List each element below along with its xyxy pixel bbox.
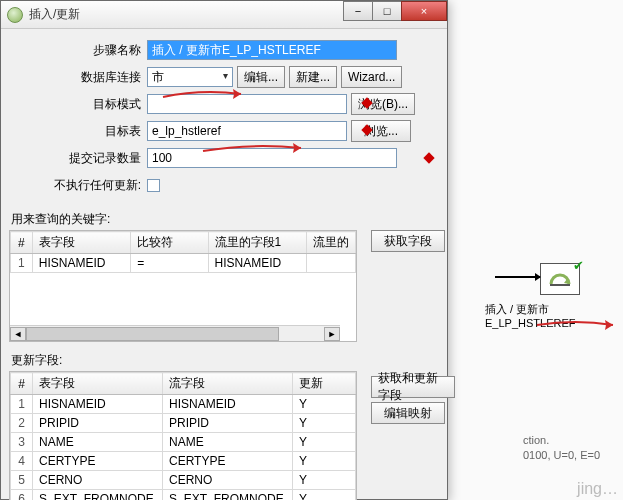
horizontal-scrollbar[interactable]: ◄ ► [10, 325, 340, 341]
col-field[interactable]: 表字段 [33, 373, 163, 395]
no-update-label: 不执行任何更新: [11, 177, 147, 194]
col-update[interactable]: 更新 [293, 373, 356, 395]
wizard-button[interactable]: Wizard... [341, 66, 402, 88]
table-row[interactable]: 6S_EXT_FROMNODES_EXT_FROMNODEY [11, 490, 356, 501]
target-schema-input[interactable] [147, 94, 347, 114]
insert-update-dialog: 插入/更新 − □ × 步骤名称 插入 / 更新市E_LP_HSTLEREF 数… [0, 0, 448, 500]
col-field[interactable]: 表字段 [32, 232, 130, 254]
step-name-input[interactable]: 插入 / 更新市E_LP_HSTLEREF [147, 40, 397, 60]
check-icon: ✔ [573, 258, 584, 273]
scroll-left-icon[interactable]: ◄ [10, 327, 26, 341]
scroll-right-icon[interactable]: ► [324, 327, 340, 341]
commit-size-label: 提交记录数量 [11, 150, 147, 167]
connection-combo[interactable]: 市 [147, 67, 233, 87]
maximize-button[interactable]: □ [372, 1, 402, 21]
get-fields-button[interactable]: 获取字段 [371, 230, 445, 252]
titlebar[interactable]: 插入/更新 − □ × [1, 1, 447, 29]
update-fields-label: 更新字段: [1, 348, 447, 371]
table-row[interactable]: 3NAMENAMEY [11, 433, 356, 452]
close-button[interactable]: × [401, 1, 447, 21]
no-update-checkbox[interactable] [147, 179, 160, 192]
table-row[interactable]: 4CERTYPECERTYPEY [11, 452, 356, 471]
browse-schema-button[interactable]: 浏览(B)... [351, 93, 415, 115]
table-row[interactable]: 2PRIPIDPRIPIDY [11, 414, 356, 433]
col-stream1[interactable]: 流里的字段1 [208, 232, 306, 254]
edit-mapping-button[interactable]: 编辑映射 [371, 402, 445, 424]
browse-table-button[interactable]: 浏览... [351, 120, 411, 142]
svg-rect-0 [550, 284, 570, 286]
col-stream[interactable]: 流字段 [163, 373, 293, 395]
node-label: 插入 / 更新市E_LP_HSTLEREF [485, 302, 623, 329]
target-table-input[interactable]: e_lp_hstleref [147, 121, 347, 141]
commit-size-input[interactable]: 100 [147, 148, 397, 168]
table-row[interactable]: 5CERNOCERNOY [11, 471, 356, 490]
status-text-1: ction. [523, 434, 549, 446]
minimize-button[interactable]: − [343, 1, 373, 21]
app-icon [7, 7, 23, 23]
canvas-backdrop: ✔ 插入 / 更新市E_LP_HSTLEREF ction. 0100, U=0… [445, 0, 623, 500]
variable-indicator-icon [423, 152, 434, 163]
connection-label: 数据库连接 [11, 69, 147, 86]
target-schema-label: 目标模式 [11, 96, 147, 113]
edit-connection-button[interactable]: 编辑... [237, 66, 285, 88]
window-title: 插入/更新 [29, 6, 80, 23]
query-keys-label: 用来查询的关键字: [1, 207, 447, 230]
target-table-label: 目标表 [11, 123, 147, 140]
col-stream2[interactable]: 流里的 [307, 232, 356, 254]
table-row[interactable]: 1HISNAMEID=HISNAMEID [11, 254, 356, 273]
get-update-fields-button[interactable]: 获取和更新字段 [371, 376, 455, 398]
new-connection-button[interactable]: 新建... [289, 66, 337, 88]
col-num[interactable]: # [11, 373, 33, 395]
table-row[interactable]: 1HISNAMEIDHISNAMEIDY [11, 395, 356, 414]
status-text-2: 0100, U=0, E=0 [523, 449, 600, 461]
step-name-label: 步骤名称 [11, 42, 147, 59]
watermark: jing… [577, 480, 618, 498]
col-op[interactable]: 比较符 [131, 232, 208, 254]
col-num[interactable]: # [11, 232, 33, 254]
hop-arrow [495, 276, 540, 278]
update-fields-table[interactable]: # 表字段 流字段 更新 1HISNAMEIDHISNAMEIDY2PRIPID… [9, 371, 357, 500]
query-keys-table[interactable]: # 表字段 比较符 流里的字段1 流里的 1HISNAMEID=HISNAMEI… [9, 230, 357, 342]
